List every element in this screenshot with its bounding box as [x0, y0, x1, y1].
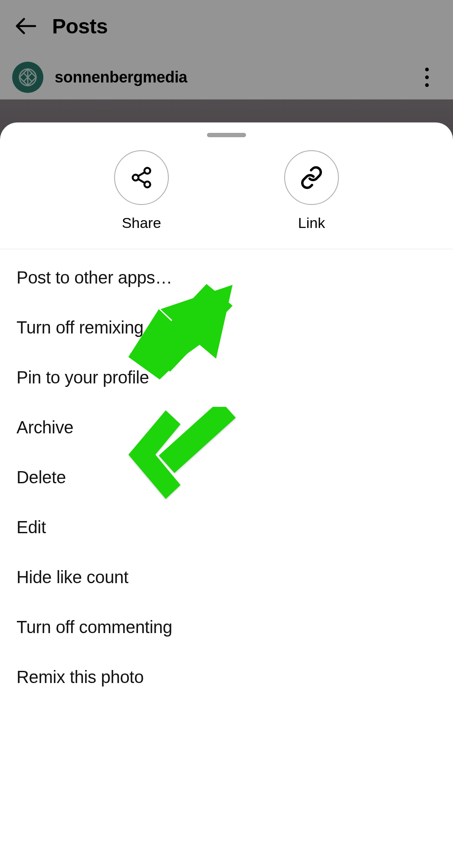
link-label: Link: [298, 215, 325, 231]
menu-turn-off-remixing[interactable]: Turn off remixing: [0, 303, 453, 353]
link-action[interactable]: Link: [284, 150, 339, 231]
sheet-action-row: Share Link: [0, 137, 453, 249]
post-author-row: sonnenbergmedia: [0, 56, 453, 99]
sheet-menu-list: Post to other apps… Turn off remixing Pi…: [0, 249, 453, 702]
menu-hide-like-count[interactable]: Hide like count: [0, 552, 453, 602]
svg-line-10: [138, 179, 144, 183]
link-icon: [300, 166, 323, 189]
header-bar: Posts: [0, 0, 453, 52]
share-action[interactable]: Share: [114, 150, 169, 231]
arrow-left-icon: [14, 14, 38, 38]
more-vertical-icon: [425, 67, 429, 87]
svg-point-3: [425, 68, 429, 72]
bottom-sheet: Share Link Post to other apps… Turn off …: [0, 122, 453, 868]
menu-edit[interactable]: Edit: [0, 502, 453, 552]
link-icon-circle: [284, 150, 339, 205]
menu-turn-off-commenting[interactable]: Turn off commenting: [0, 602, 453, 652]
avatar[interactable]: [12, 62, 43, 93]
share-icon: [130, 166, 153, 189]
share-label: Share: [122, 215, 161, 231]
back-button[interactable]: [0, 0, 52, 52]
more-options-button[interactable]: [410, 60, 444, 95]
svg-line-9: [138, 172, 144, 176]
menu-archive[interactable]: Archive: [0, 403, 453, 452]
menu-remix-this-photo[interactable]: Remix this photo: [0, 652, 453, 702]
sheet-grabber[interactable]: [207, 133, 246, 137]
svg-point-4: [425, 76, 429, 79]
svg-point-5: [425, 83, 429, 87]
menu-post-to-other-apps[interactable]: Post to other apps…: [0, 253, 453, 303]
username-label[interactable]: sonnenbergmedia: [55, 68, 187, 86]
leaf-globe-icon: [18, 67, 38, 87]
page-title: Posts: [52, 14, 108, 38]
menu-pin-to-your-profile[interactable]: Pin to your profile: [0, 353, 453, 403]
menu-delete[interactable]: Delete: [0, 452, 453, 502]
share-icon-circle: [114, 150, 169, 205]
